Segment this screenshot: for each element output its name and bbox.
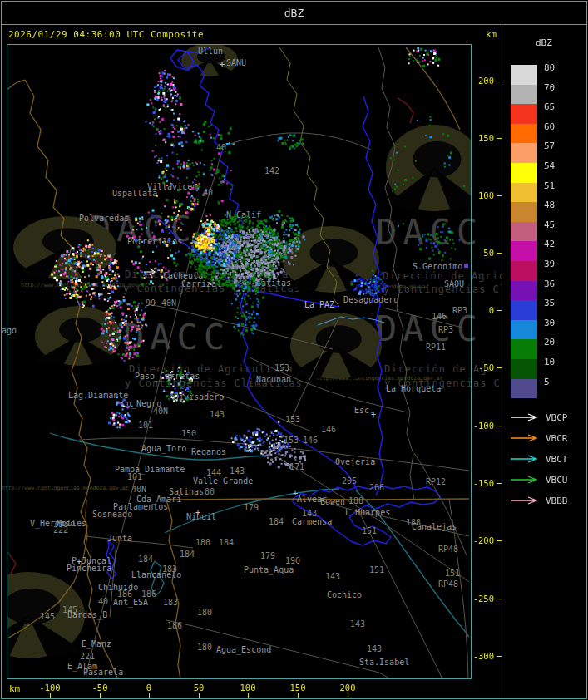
right-axis-tick-label: -50 — [459, 362, 494, 372]
right-axis-tick-label: -250 — [459, 594, 494, 604]
bottom-axis-tick — [149, 693, 150, 698]
right-axis-tick-label: 0 — [459, 305, 494, 315]
right-axis-tick — [497, 310, 502, 311]
colorbar-value: 35 — [544, 298, 555, 308]
colorbar-swatch — [511, 183, 537, 203]
colorbar-swatch — [511, 359, 537, 379]
right-axis-tick — [497, 483, 502, 484]
colorbar-value: 20 — [544, 337, 555, 348]
colorbar-swatch — [511, 261, 537, 281]
right-axis-tick — [497, 540, 502, 541]
colorbar-value: 42 — [544, 239, 555, 249]
colorbar-value: 36 — [544, 279, 555, 289]
colorbar-swatch — [511, 379, 537, 399]
right-axis-tick-label: -100 — [459, 421, 494, 431]
colorbar-value: 5 — [544, 377, 550, 387]
site-legend-label: VBCU — [546, 475, 568, 486]
colorbar-value: 45 — [544, 219, 555, 230]
right-axis-tick — [497, 656, 502, 657]
site-arrow-icon — [509, 412, 542, 422]
radar-echo-canvas — [7, 45, 471, 679]
right-axis-tick-label: 200 — [459, 76, 494, 86]
right-axis-tick-label: -300 — [459, 651, 494, 661]
right-axis-tick — [497, 138, 502, 139]
right-axis-tick — [497, 253, 502, 254]
titlebar-divider — [2, 24, 586, 25]
right-axis-tick — [497, 195, 502, 196]
site-arrow-icon — [509, 495, 542, 505]
colorbar-value: 48 — [544, 200, 555, 210]
colorbar-swatch — [511, 202, 537, 222]
site-arrow-icon — [509, 433, 542, 443]
bottom-axis-tick — [100, 693, 101, 698]
right-axis-tick — [497, 426, 502, 426]
site-arrow-icon — [509, 475, 542, 485]
bottom-axis-tick — [50, 693, 51, 698]
colorbar-swatch — [511, 104, 537, 124]
bottom-axis-tick-label: 50 — [181, 683, 216, 693]
colorbar-value: 57 — [544, 140, 555, 151]
right-axis-tick-label: -200 — [459, 535, 494, 545]
colorbar-value: 80 — [544, 62, 555, 73]
colorbar-swatch — [511, 320, 537, 340]
colorbar-value: 51 — [544, 180, 555, 191]
bottom-axis-tick — [248, 693, 249, 698]
right-axis-tick-label: 100 — [459, 190, 494, 200]
bottom-axis-tick-label: 0 — [131, 683, 166, 693]
site-legend-label: VBBB — [546, 495, 568, 506]
radar-app-window: DACCDACCDACCDACCDirección de Agricultura… — [0, 0, 588, 700]
bottom-axis-tick-label: 200 — [330, 683, 365, 693]
right-axis-tick-label: 50 — [459, 248, 494, 258]
colorbar-value: 10 — [544, 357, 555, 367]
timestamp: 2026/01/29 04:36:00 UTC Composite — [8, 29, 204, 40]
colorbar-swatch — [511, 163, 537, 183]
colorbar-title: dBZ — [536, 37, 552, 48]
colorbar-swatch — [511, 339, 537, 359]
site-arrow-icon — [509, 454, 542, 464]
colorbar-swatch — [511, 143, 537, 163]
window-title: dBZ — [0, 7, 588, 19]
bottom-axis-tick — [348, 693, 348, 698]
colorbar-swatch — [511, 65, 537, 85]
bottom-axis-tick-label: -50 — [82, 683, 117, 693]
right-axis-tick-label: 150 — [459, 133, 494, 143]
colorbar-value: 60 — [544, 121, 555, 132]
colorbar-value: 70 — [544, 82, 555, 93]
right-axis-tick — [497, 367, 502, 368]
colorbar-swatch — [511, 241, 537, 261]
colorbar-swatch — [511, 281, 537, 301]
right-axis-unit: km — [486, 29, 497, 40]
bottom-axis-tick-label: 100 — [230, 683, 265, 693]
site-legend-label: VBCR — [546, 433, 568, 444]
bottom-axis-tick-label: -100 — [32, 683, 67, 693]
colorbar-swatch — [511, 85, 537, 105]
site-legend-label: VBCT — [546, 454, 568, 465]
right-axis-tick — [497, 81, 502, 81]
colorbar-value: 54 — [544, 160, 555, 171]
colorbar-value: 65 — [544, 101, 555, 112]
colorbar-swatch — [511, 222, 537, 242]
bottom-axis-tick-label: 150 — [280, 683, 315, 693]
colorbar-swatch — [511, 124, 537, 144]
colorbar-value: 30 — [544, 318, 555, 328]
right-axis-tick-label: -150 — [459, 478, 494, 488]
colorbar-swatch — [511, 300, 537, 320]
site-legend-label: VBCP — [546, 412, 568, 423]
bottom-axis-tick — [199, 693, 200, 698]
right-axis-tick — [497, 599, 502, 599]
bottom-axis-tick — [298, 693, 299, 698]
bottom-axis-unit: km — [9, 683, 20, 694]
colorbar-value: 39 — [544, 259, 555, 269]
